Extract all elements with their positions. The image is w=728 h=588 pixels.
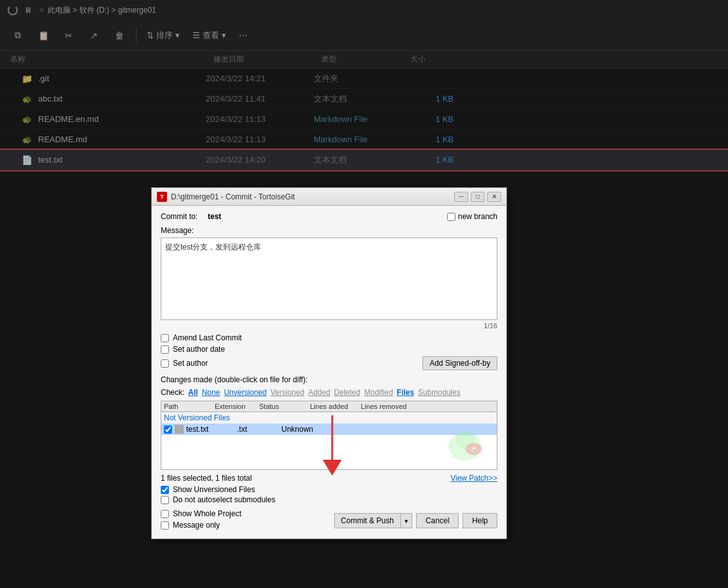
author-checkbox[interactable] — [161, 359, 169, 368]
author-date-row: Set author date — [161, 345, 497, 354]
cancel-button[interactable]: Cancel — [416, 513, 459, 528]
new-branch-label: new branch — [458, 212, 497, 221]
check-submodules[interactable]: Submodules — [418, 388, 461, 397]
bottom-left: Show Whole Project Message only — [161, 509, 329, 532]
bottom-row: Show Whole Project Message only Commit &… — [161, 509, 497, 532]
new-branch-row: new branch — [447, 212, 497, 221]
message-only-row: Message only — [161, 521, 329, 530]
add-signed-off-button[interactable]: Add Signed-off-by — [422, 356, 497, 370]
red-arrow — [313, 415, 351, 485]
changes-label: Changes made (double-click on file for d… — [161, 375, 497, 384]
col-status-header: Status — [259, 403, 310, 410]
minimize-button[interactable]: ─ — [454, 192, 468, 202]
message-only-label: Message only — [173, 521, 220, 530]
message-label: Message: — [161, 226, 497, 235]
dialog-title-area: T D:\gitmerge01 - Commit - TortoiseGit — [157, 192, 295, 202]
dialog-body: Commit to: test new branch Message: 提交te… — [152, 206, 506, 538]
no-autoselect-label: Do not autoselect submodules — [173, 495, 275, 504]
close-button[interactable]: ✕ — [487, 192, 501, 202]
tortoise-watermark: ↗ — [440, 418, 490, 469]
commit-to-label: Commit to: — [161, 212, 198, 221]
show-unversioned-row: Show Unversioned Files — [161, 485, 497, 494]
author-date-checkbox[interactable] — [161, 345, 169, 354]
no-autoselect-row: Do not autoselect submodules — [161, 495, 497, 504]
check-deleted[interactable]: Deleted — [334, 388, 360, 397]
author-date-label: Set author date — [173, 345, 225, 354]
col-ext-header: Extension — [215, 403, 259, 410]
check-versioned[interactable]: Versioned — [271, 388, 304, 397]
commit-push-dropdown-icon[interactable]: ▾ — [401, 515, 412, 527]
check-all[interactable]: All — [188, 388, 198, 397]
col-lines-removed-header: Lines removed — [361, 403, 494, 410]
view-patch-link[interactable]: View Patch>> — [450, 474, 497, 483]
show-whole-label: Show Whole Project — [173, 509, 241, 518]
no-autoselect-checkbox[interactable] — [161, 496, 169, 504]
dialog-titlebar: T D:\gitmerge01 - Commit - TortoiseGit ─… — [152, 188, 506, 206]
message-textarea[interactable]: 提交test分支，发到远程仓库 — [161, 237, 497, 320]
dialog-title: D:\gitmerge01 - Commit - TortoiseGit — [171, 192, 295, 201]
commit-to-row: Commit to: test new branch — [161, 212, 497, 221]
tortoisegit-dialog: T D:\gitmerge01 - Commit - TortoiseGit ─… — [151, 187, 507, 539]
file-thumb — [175, 425, 184, 434]
bottom-right: Commit & Push ▾ Cancel Help — [334, 513, 497, 528]
check-none[interactable]: None — [202, 388, 220, 397]
files-info-text: 1 files selected, 1 files total — [161, 474, 252, 483]
amend-checkbox[interactable] — [161, 334, 169, 342]
show-unversioned-checkbox[interactable] — [161, 486, 169, 494]
check-unversioned[interactable]: Unversioned — [224, 388, 266, 397]
message-counter: 1/16 — [161, 322, 497, 330]
check-label: Check: — [161, 388, 184, 397]
amend-row: Amend Last Commit — [161, 333, 497, 342]
file-row-checkbox[interactable] — [164, 425, 172, 434]
svg-marker-9 — [323, 460, 342, 476]
author-label: Set author — [173, 359, 208, 368]
help-button[interactable]: Help — [462, 513, 497, 528]
amend-label: Amend Last Commit — [173, 333, 242, 342]
col-path-header: Path — [164, 403, 215, 410]
commit-push-label[interactable]: Commit & Push — [335, 514, 401, 528]
files-table-header: Path Extension Status Lines added Lines … — [161, 401, 497, 412]
check-modified[interactable]: Modified — [364, 388, 393, 397]
maximize-button[interactable]: □ — [471, 192, 485, 202]
file-row-path: test.txt — [186, 425, 237, 434]
check-files[interactable]: Files — [397, 388, 414, 397]
check-links-row: Check: All None Unversioned Versioned Ad… — [161, 388, 497, 397]
col-lines-added-header: Lines added — [310, 403, 361, 410]
tortoisegit-icon: T — [157, 192, 167, 202]
commit-to-value: test — [208, 212, 221, 221]
show-whole-row: Show Whole Project — [161, 509, 329, 518]
commit-push-button[interactable]: Commit & Push ▾ — [334, 513, 412, 528]
dialog-window-controls: ─ □ ✕ — [454, 192, 501, 202]
show-whole-checkbox[interactable] — [161, 510, 169, 518]
new-branch-checkbox[interactable] — [447, 213, 455, 221]
show-unversioned-label: Show Unversioned Files — [173, 485, 255, 494]
svg-text:↗: ↗ — [470, 445, 476, 453]
author-row: Set author — [161, 359, 208, 368]
file-row-ext: .txt — [237, 425, 281, 434]
message-only-checkbox[interactable] — [161, 521, 169, 530]
check-added[interactable]: Added — [308, 388, 330, 397]
